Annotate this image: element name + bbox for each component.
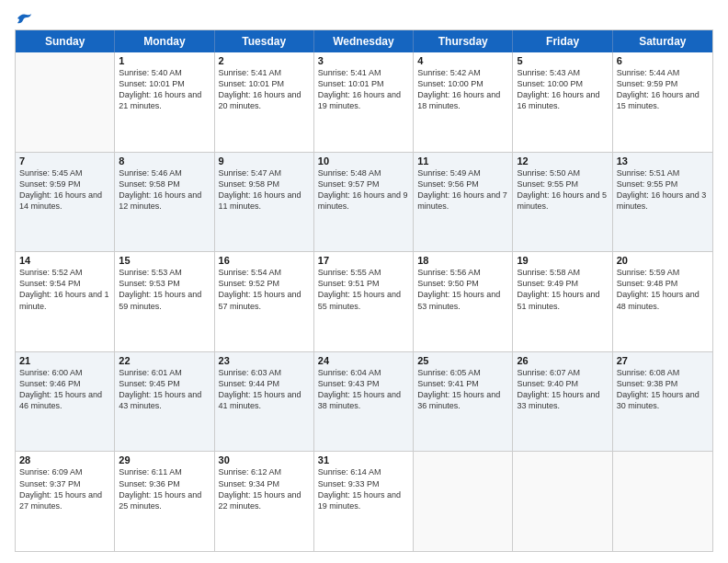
day-number: 15 [119,255,210,266]
day-number: 18 [417,255,508,266]
cell-sun-info: Sunrise: 5:50 AM Sunset: 9:55 PM Dayligh… [517,167,608,213]
cell-sun-info: Sunrise: 5:48 AM Sunset: 9:57 PM Dayligh… [318,167,409,213]
cell-sun-info: Sunrise: 6:07 AM Sunset: 9:40 PM Dayligh… [517,367,608,412]
calendar-cell-r4c5: 25Sunrise: 6:05 AM Sunset: 9:41 PM Dayli… [414,352,513,452]
calendar-row-3: 14Sunrise: 5:52 AM Sunset: 9:54 PM Dayli… [16,251,712,351]
calendar-cell-r1c1 [16,52,115,152]
calendar-row-1: 1Sunrise: 5:40 AM Sunset: 10:01 PM Dayli… [16,52,712,152]
calendar-row-2: 7Sunrise: 5:45 AM Sunset: 9:59 PM Daylig… [16,152,712,252]
calendar-cell-r5c7 [613,452,712,551]
weekday-header-monday: Monday [115,30,214,52]
day-number: 19 [517,255,608,266]
calendar-cell-r5c4: 31Sunrise: 6:14 AM Sunset: 9:33 PM Dayli… [314,452,414,551]
day-number: 11 [417,155,508,167]
calendar-body: 1Sunrise: 5:40 AM Sunset: 10:01 PM Dayli… [16,52,712,551]
calendar-cell-r3c3: 16Sunrise: 5:54 AM Sunset: 9:52 PM Dayli… [215,252,314,351]
calendar-cell-r5c2: 29Sunrise: 6:11 AM Sunset: 9:36 PM Dayli… [115,452,214,551]
weekday-header-sunday: Sunday [16,30,115,52]
weekday-header-thursday: Thursday [414,30,513,52]
day-number: 7 [19,155,110,167]
header [15,11,713,22]
cell-sun-info: Sunrise: 5:51 AM Sunset: 9:55 PM Dayligh… [617,167,709,213]
calendar-cell-r2c3: 9Sunrise: 5:47 AM Sunset: 9:58 PM Daylig… [215,153,314,252]
calendar-cell-r4c3: 23Sunrise: 6:03 AM Sunset: 9:44 PM Dayli… [215,352,314,452]
calendar-cell-r1c7: 6Sunrise: 5:44 AM Sunset: 9:59 PM Daylig… [613,52,712,152]
calendar-cell-r2c7: 13Sunrise: 5:51 AM Sunset: 9:55 PM Dayli… [613,153,712,252]
calendar-cell-r3c4: 17Sunrise: 5:55 AM Sunset: 9:51 PM Dayli… [314,252,414,351]
cell-sun-info: Sunrise: 6:04 AM Sunset: 9:43 PM Dayligh… [318,367,409,412]
cell-sun-info: Sunrise: 6:12 AM Sunset: 9:34 PM Dayligh… [219,466,310,511]
cell-sun-info: Sunrise: 5:41 AM Sunset: 10:01 PM Daylig… [318,67,409,112]
calendar-cell-r5c5 [414,452,513,551]
calendar-cell-r1c5: 4Sunrise: 5:42 AM Sunset: 10:00 PM Dayli… [414,52,513,152]
calendar-cell-r3c2: 15Sunrise: 5:53 AM Sunset: 9:53 PM Dayli… [115,252,214,351]
calendar-header: SundayMondayTuesdayWednesdayThursdayFrid… [16,30,712,52]
calendar-cell-r5c3: 30Sunrise: 6:12 AM Sunset: 9:34 PM Dayli… [215,452,314,551]
cell-sun-info: Sunrise: 6:05 AM Sunset: 9:41 PM Dayligh… [417,367,508,412]
day-number: 22 [119,355,210,366]
calendar-cell-r1c4: 3Sunrise: 5:41 AM Sunset: 10:01 PM Dayli… [314,52,414,152]
cell-sun-info: Sunrise: 6:08 AM Sunset: 9:38 PM Dayligh… [617,367,709,412]
calendar-cell-r5c6 [513,452,612,551]
cell-sun-info: Sunrise: 6:11 AM Sunset: 9:36 PM Dayligh… [119,466,210,511]
day-number: 14 [19,255,110,266]
calendar-row-4: 21Sunrise: 6:00 AM Sunset: 9:46 PM Dayli… [16,351,712,452]
day-number: 24 [318,355,409,366]
cell-sun-info: Sunrise: 5:56 AM Sunset: 9:50 PM Dayligh… [417,267,508,312]
calendar-row-5: 28Sunrise: 6:09 AM Sunset: 9:37 PM Dayli… [16,451,712,551]
cell-sun-info: Sunrise: 6:14 AM Sunset: 9:33 PM Dayligh… [318,466,409,511]
calendar-cell-r2c1: 7Sunrise: 5:45 AM Sunset: 9:59 PM Daylig… [16,153,115,252]
cell-sun-info: Sunrise: 5:40 AM Sunset: 10:01 PM Daylig… [119,67,210,112]
cell-sun-info: Sunrise: 5:52 AM Sunset: 9:54 PM Dayligh… [19,267,110,312]
day-number: 27 [617,355,709,366]
cell-sun-info: Sunrise: 5:55 AM Sunset: 9:51 PM Dayligh… [318,267,409,312]
cell-sun-info: Sunrise: 5:46 AM Sunset: 9:58 PM Dayligh… [119,167,210,213]
cell-sun-info: Sunrise: 6:01 AM Sunset: 9:45 PM Dayligh… [119,367,210,412]
calendar-cell-r4c6: 26Sunrise: 6:07 AM Sunset: 9:40 PM Dayli… [513,352,612,452]
cell-sun-info: Sunrise: 5:41 AM Sunset: 10:01 PM Daylig… [219,67,310,112]
cell-sun-info: Sunrise: 6:00 AM Sunset: 9:46 PM Dayligh… [19,367,110,412]
calendar-cell-r1c6: 5Sunrise: 5:43 AM Sunset: 10:00 PM Dayli… [513,52,612,152]
day-number: 3 [318,55,409,66]
cell-sun-info: Sunrise: 5:45 AM Sunset: 9:59 PM Dayligh… [19,167,110,213]
logo-bird-icon [16,11,32,26]
calendar-cell-r4c2: 22Sunrise: 6:01 AM Sunset: 9:45 PM Dayli… [115,352,214,452]
day-number: 1 [119,55,210,66]
calendar-cell-r2c4: 10Sunrise: 5:48 AM Sunset: 9:57 PM Dayli… [314,153,414,252]
calendar-cell-r1c2: 1Sunrise: 5:40 AM Sunset: 10:01 PM Dayli… [115,52,214,152]
cell-sun-info: Sunrise: 5:42 AM Sunset: 10:00 PM Daylig… [417,67,508,112]
logo [15,11,33,22]
day-number: 21 [19,355,110,366]
cell-sun-info: Sunrise: 5:54 AM Sunset: 9:52 PM Dayligh… [219,267,310,312]
cell-sun-info: Sunrise: 5:49 AM Sunset: 9:56 PM Dayligh… [417,167,508,213]
cell-sun-info: Sunrise: 5:59 AM Sunset: 9:48 PM Dayligh… [617,267,709,312]
calendar-cell-r3c1: 14Sunrise: 5:52 AM Sunset: 9:54 PM Dayli… [16,252,115,351]
day-number: 10 [318,155,409,167]
calendar-cell-r5c1: 28Sunrise: 6:09 AM Sunset: 9:37 PM Dayli… [16,452,115,551]
cell-sun-info: Sunrise: 6:03 AM Sunset: 9:44 PM Dayligh… [219,367,310,412]
weekday-header-wednesday: Wednesday [314,30,414,52]
day-number: 29 [119,454,210,465]
page: SundayMondayTuesdayWednesdayThursdayFrid… [0,0,728,563]
weekday-header-saturday: Saturday [613,30,712,52]
cell-sun-info: Sunrise: 5:58 AM Sunset: 9:49 PM Dayligh… [517,267,608,312]
day-number: 31 [318,454,409,465]
calendar-cell-r1c3: 2Sunrise: 5:41 AM Sunset: 10:01 PM Dayli… [215,52,314,152]
day-number: 28 [19,454,110,465]
day-number: 6 [617,55,709,66]
day-number: 25 [417,355,508,366]
calendar-cell-r4c7: 27Sunrise: 6:08 AM Sunset: 9:38 PM Dayli… [613,352,712,452]
cell-sun-info: Sunrise: 5:53 AM Sunset: 9:53 PM Dayligh… [119,267,210,312]
calendar-cell-r4c4: 24Sunrise: 6:04 AM Sunset: 9:43 PM Dayli… [314,352,414,452]
calendar-cell-r2c2: 8Sunrise: 5:46 AM Sunset: 9:58 PM Daylig… [115,153,214,252]
day-number: 9 [219,155,310,167]
day-number: 5 [517,55,608,66]
day-number: 12 [517,155,608,167]
cell-sun-info: Sunrise: 6:09 AM Sunset: 9:37 PM Dayligh… [19,466,110,511]
cell-sun-info: Sunrise: 5:44 AM Sunset: 9:59 PM Dayligh… [617,67,709,112]
day-number: 8 [119,155,210,167]
day-number: 13 [617,155,709,167]
day-number: 20 [617,255,709,266]
day-number: 23 [219,355,310,366]
weekday-header-friday: Friday [513,30,612,52]
